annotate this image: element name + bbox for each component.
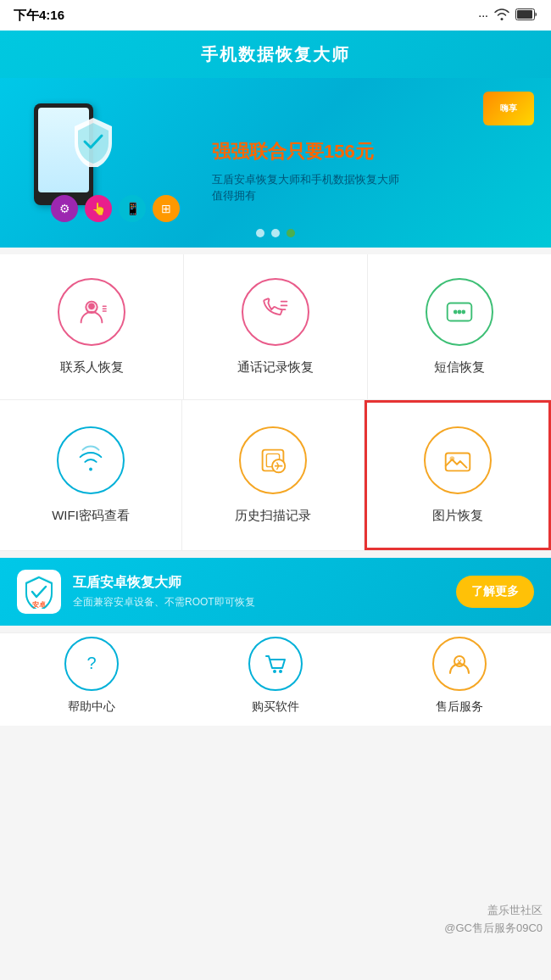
image-icon-circle <box>424 426 492 494</box>
banner-right: 嗨享 强强联合只要156元 互盾安卓恢复大师和手机数据恢复大师 值得拥有 <box>203 122 534 204</box>
buy-software-item[interactable]: 购买软件 <box>184 637 368 723</box>
contact-recovery-label: 联系人恢复 <box>60 359 124 376</box>
help-center-item[interactable]: ? 帮助中心 <box>0 637 184 723</box>
dot-3 <box>287 229 295 237</box>
help-center-label: 帮助中心 <box>68 699 115 715</box>
image-recovery-label: 图片恢复 <box>432 508 483 524</box>
svg-point-22 <box>279 670 282 673</box>
bottom-banner-subtitle: 全面兼容安卓设备、不需ROOT即可恢复 <box>73 595 444 610</box>
svg-point-11 <box>461 310 465 315</box>
signal-icon: ··· <box>478 8 488 22</box>
status-time: 下午4:16 <box>14 8 64 24</box>
cart-icon-circle <box>248 637 303 691</box>
after-sales-item[interactable]: ¥ 售后服务 <box>367 637 551 723</box>
watermark: 盖乐世社区 @GC售后服务09C0 <box>444 902 543 938</box>
banner-icons: ⚙ 👆 📱 ⊞ <box>51 195 180 222</box>
sms-recovery-label: 短信恢复 <box>434 359 485 376</box>
bottom-banner-icon: 安卓 <box>17 570 61 614</box>
grid-row-2: WIFI密码查看 历史扫描记录 <box>0 400 551 551</box>
svg-rect-1 <box>517 10 532 19</box>
banner-dots <box>256 229 295 237</box>
wifi-cell[interactable]: WIFI密码查看 <box>0 400 182 550</box>
app-header: 手机数据恢复大师 <box>0 31 551 78</box>
banner-illustration: ⚙ 👆 📱 ⊞ <box>17 95 203 231</box>
status-bar: 下午4:16 ··· <box>0 0 551 31</box>
shield-icon <box>68 112 119 171</box>
wifi-icon <box>493 8 510 24</box>
bottom-banner[interactable]: 安卓 互盾安卓恢复大师 全面兼容安卓设备、不需ROOT即可恢复 了解更多 <box>0 558 551 626</box>
service-icon-circle: ¥ <box>432 637 487 691</box>
bottom-banner-title: 互盾安卓恢复大师 <box>73 574 444 592</box>
image-recovery-cell[interactable]: 图片恢复 <box>365 400 551 550</box>
learn-more-button[interactable]: 了解更多 <box>456 576 534 608</box>
calllog-recovery-cell[interactable]: 通话记录恢复 <box>184 254 368 399</box>
sms-recovery-cell[interactable]: 短信恢复 <box>368 254 551 399</box>
buy-software-label: 购买软件 <box>252 699 299 715</box>
dot-2 <box>271 229 280 237</box>
app-title: 手机数据恢复大师 <box>201 43 350 66</box>
contact-recovery-cell[interactable]: 联系人恢复 <box>0 254 184 399</box>
bottom-banner-text: 互盾安卓恢复大师 全面兼容安卓设备、不需ROOT即可恢复 <box>73 574 444 610</box>
battery-icon <box>515 8 537 23</box>
after-sales-label: 售后服务 <box>436 699 483 715</box>
scan-history-label: 历史扫描记录 <box>235 508 311 524</box>
phone-icon-circle <box>242 278 309 346</box>
svg-point-9 <box>454 310 458 315</box>
sms-icon-circle <box>426 278 493 346</box>
calllog-recovery-label: 通话记录恢复 <box>237 359 314 376</box>
grid-row-1: 联系人恢复 通话记录恢复 <box>0 254 551 400</box>
feature-grid: 联系人恢复 通话记录恢复 <box>0 254 551 551</box>
banner-title: 强强联合只要156元 <box>212 139 534 164</box>
banner[interactable]: ⚙ 👆 📱 ⊞ 嗨享 强强联合只要156元 互盾安卓恢复大师和手机数据恢复大师 … <box>0 78 551 248</box>
wifi-icon-circle <box>57 426 125 494</box>
wifi-label: WIFI密码查看 <box>52 508 130 524</box>
dot-1 <box>256 229 264 237</box>
svg-text:¥: ¥ <box>457 658 461 666</box>
footer-nav: ? 帮助中心 购买软件 ¥ 售后服务 <box>0 632 551 726</box>
svg-text:?: ? <box>87 654 97 672</box>
contact-icon-circle <box>58 278 125 346</box>
banner-subtitle: 互盾安卓恢复大师和手机数据恢复大师 值得拥有 <box>212 171 534 204</box>
status-icons: ··· <box>478 8 537 24</box>
svg-text:安卓: 安卓 <box>31 600 47 609</box>
svg-point-21 <box>273 670 276 673</box>
scan-history-cell[interactable]: 历史扫描记录 <box>182 400 365 550</box>
scan-icon-circle <box>239 426 307 494</box>
banner-badge: 嗨享 <box>483 92 534 125</box>
svg-point-10 <box>458 310 462 315</box>
svg-point-4 <box>88 303 95 310</box>
help-icon-circle: ? <box>64 637 119 691</box>
